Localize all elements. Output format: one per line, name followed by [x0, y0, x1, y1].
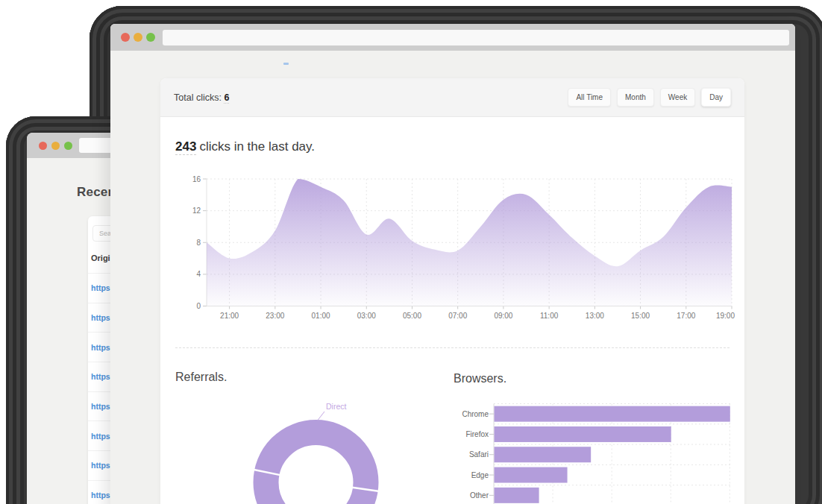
y-tick-label: 0: [196, 302, 201, 310]
x-tick-label: 21:00: [220, 312, 239, 320]
browsers-bar-chart: ChromeFirefoxSafariEdgeOther: [451, 401, 746, 504]
y-tick-label: 12: [192, 207, 201, 215]
referrals-doughnut-chart: Direct: [239, 397, 395, 504]
bar-edge: [495, 467, 568, 483]
clicks-count: 243: [175, 139, 196, 155]
maximize-button[interactable]: [64, 142, 72, 150]
time-filter-group: All TimeMonthWeekDay: [568, 88, 731, 107]
clicks-area-series: [207, 179, 732, 306]
original-url-link[interactable]: https:: [88, 491, 113, 500]
clicks-headline: 243clicks in the last day.: [175, 139, 315, 154]
main-titlebar: [110, 24, 795, 51]
x-tick-label: 09:00: [494, 312, 512, 320]
bar-category-label: Safari: [469, 450, 489, 459]
x-tick-label: 17:00: [677, 312, 695, 320]
x-tick-label: 13:00: [586, 312, 604, 320]
original-url-link[interactable]: https:: [88, 402, 113, 411]
x-tick-label: 19:00: [716, 312, 735, 320]
original-url-link[interactable]: https:: [88, 432, 113, 441]
minimize-button[interactable]: [51, 142, 60, 150]
original-url-link[interactable]: https:: [88, 283, 113, 292]
page-logo-dash: [283, 63, 289, 65]
bar-chrome: [495, 406, 730, 422]
analytics-card: Total clicks: 6 All TimeMonthWeekDay 243…: [160, 78, 744, 504]
total-clicks-value: 6: [224, 92, 229, 104]
maximize-button[interactable]: [146, 33, 155, 42]
original-url-link[interactable]: https:: [88, 461, 113, 470]
filter-button-month[interactable]: Month: [617, 88, 654, 107]
clicks-headline-text: clicks in the last day.: [199, 139, 315, 154]
x-tick-label: 23:00: [266, 312, 284, 320]
doughnut-slice-label: Direct: [326, 402, 347, 411]
section-divider: [175, 347, 730, 348]
close-button[interactable]: [121, 33, 130, 42]
x-tick-label: 01:00: [312, 312, 330, 320]
bar-category-label: Firefox: [465, 430, 489, 438]
original-url-link[interactable]: https:: [88, 372, 113, 381]
filter-button-week[interactable]: Week: [660, 88, 695, 107]
dashboard-page: Total clicks: 6 All TimeMonthWeekDay 243…: [110, 51, 795, 504]
y-tick-label: 8: [196, 239, 201, 247]
bar-category-label: Other: [470, 491, 489, 500]
clicks-area-chart: 048121621:0023:0001:0003:0005:0007:0009:…: [183, 174, 738, 319]
filter-button-all-time[interactable]: All Time: [568, 88, 611, 107]
referrals-section-title: Referrals.: [175, 371, 227, 384]
table-header-original-url: Origi: [91, 253, 110, 262]
url-bar[interactable]: [163, 30, 789, 45]
original-url-link[interactable]: https:: [88, 343, 113, 352]
total-clicks-text: Total clicks:: [174, 92, 222, 103]
browsers-section-title: Browsers.: [454, 372, 506, 385]
main-browser-window: Total clicks: 6 All TimeMonthWeekDay 243…: [110, 24, 795, 504]
x-tick-label: 05:00: [403, 312, 421, 320]
bar-category-label: Edge: [471, 471, 489, 479]
filter-button-day[interactable]: Day: [701, 88, 731, 107]
bar-safari: [495, 447, 592, 462]
y-tick-label: 4: [196, 270, 201, 278]
bar-other: [495, 488, 539, 503]
x-tick-label: 03:00: [357, 312, 376, 320]
x-tick-label: 11:00: [540, 312, 559, 320]
x-tick-label: 15:00: [631, 312, 650, 320]
close-button[interactable]: [39, 142, 47, 150]
y-tick-label: 16: [192, 175, 201, 183]
minimize-button[interactable]: [134, 33, 142, 42]
total-clicks-label: Total clicks: 6: [174, 92, 229, 103]
x-tick-label: 07:00: [448, 312, 467, 320]
label-pointer-line: [318, 412, 324, 420]
bar-firefox: [495, 426, 671, 442]
original-url-link[interactable]: https:: [88, 313, 113, 322]
bar-category-label: Chrome: [462, 410, 489, 418]
doughnut-ring: [266, 432, 366, 504]
card-header: Total clicks: 6 All TimeMonthWeekDay: [160, 78, 744, 117]
